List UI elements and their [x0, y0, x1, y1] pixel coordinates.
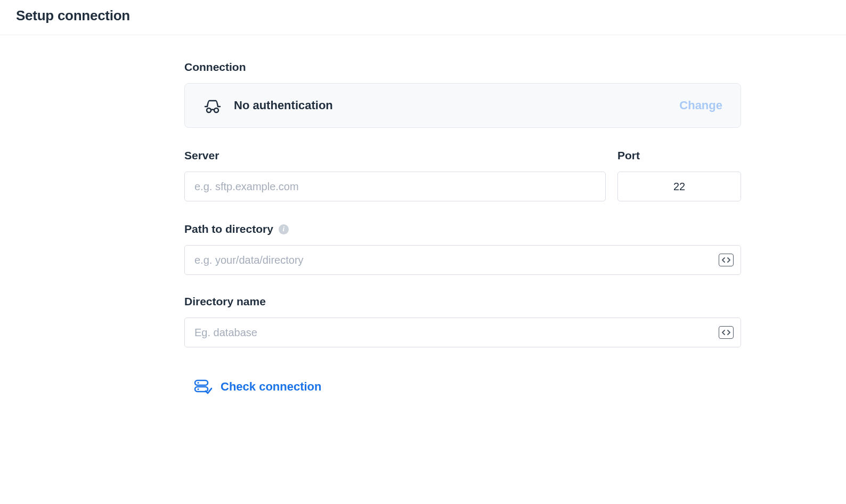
path-label-text: Path to directory [184, 223, 273, 235]
directory-name-input[interactable] [184, 318, 741, 347]
port-label: Port [617, 149, 741, 162]
directory-name-field-group: Directory name [184, 295, 741, 347]
directory-name-label: Directory name [184, 295, 741, 308]
connection-label: Connection [184, 61, 741, 74]
svg-point-5 [197, 388, 199, 390]
form-wrapper: Connection No authentication Change [184, 35, 741, 394]
svg-point-1 [214, 108, 218, 112]
directory-code-icon-button[interactable] [719, 326, 734, 339]
connection-section: Connection No authentication Change [184, 61, 741, 128]
page-header: Setup connection [0, 0, 846, 35]
server-field-group: Server [184, 149, 606, 201]
path-input[interactable] [184, 245, 741, 275]
server-check-icon [194, 379, 212, 394]
code-icon [722, 329, 730, 336]
port-field-group: Port [617, 149, 741, 201]
path-field-group: Path to directory i [184, 223, 741, 275]
check-connection-row: Check connection [184, 379, 741, 394]
change-button[interactable]: Change [679, 99, 722, 112]
svg-point-3 [197, 382, 199, 384]
code-icon [722, 257, 730, 263]
server-port-row: Server Port [184, 149, 741, 201]
path-code-icon-button[interactable] [719, 254, 734, 266]
incognito-icon [203, 97, 222, 113]
path-input-wrapper [184, 245, 741, 275]
auth-card: No authentication Change [184, 83, 741, 128]
port-input[interactable] [617, 172, 741, 201]
svg-point-0 [207, 108, 211, 112]
auth-status-label: No authentication [234, 99, 333, 112]
auth-card-left: No authentication [203, 97, 333, 113]
page-title: Setup connection [16, 7, 830, 24]
check-connection-button[interactable]: Check connection [194, 379, 321, 394]
path-label: Path to directory i [184, 223, 741, 235]
server-label: Server [184, 149, 606, 162]
info-icon[interactable]: i [279, 224, 289, 234]
check-connection-label: Check connection [221, 380, 321, 394]
directory-name-input-wrapper [184, 318, 741, 347]
svg-rect-2 [195, 380, 208, 385]
server-input[interactable] [184, 172, 606, 201]
